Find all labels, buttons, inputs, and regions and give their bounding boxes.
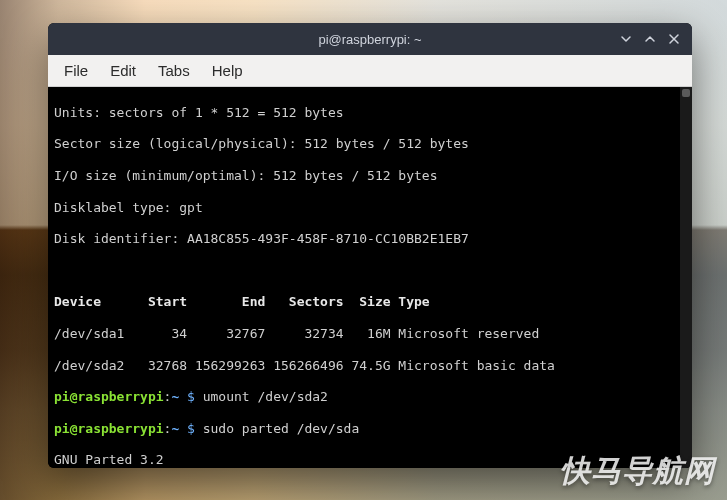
- prompt-dollar: $: [179, 389, 202, 404]
- menubar: File Edit Tabs Help: [48, 55, 692, 87]
- term-header-line: Device Start End Sectors Size Type: [54, 294, 678, 310]
- prompt-dollar: $: [179, 421, 202, 436]
- command-text: sudo parted /dev/sda: [203, 421, 360, 436]
- maximize-button[interactable]: [638, 27, 662, 51]
- term-line: [54, 263, 678, 279]
- term-line: Units: sectors of 1 * 512 = 512 bytes: [54, 105, 678, 121]
- terminal-output: Units: sectors of 1 * 512 = 512 bytes Se…: [54, 89, 678, 466]
- term-line: /dev/sda2 32768 156299263 156266496 74.5…: [54, 358, 678, 374]
- term-line: Disk identifier: AA18C855-493F-458F-8710…: [54, 231, 678, 247]
- prompt-user: pi: [54, 389, 70, 404]
- terminal-window: pi@raspberrypi: ~ File Edit Tabs Help: [48, 23, 692, 468]
- prompt-host: raspberrypi: [77, 389, 163, 404]
- term-line: /dev/sda1 34 32767 32734 16M Microsoft r…: [54, 326, 678, 342]
- menu-edit[interactable]: Edit: [100, 58, 146, 83]
- term-line: Sector size (logical/physical): 512 byte…: [54, 136, 678, 152]
- menu-help[interactable]: Help: [202, 58, 253, 83]
- menu-tabs[interactable]: Tabs: [148, 58, 200, 83]
- command-text: umount /dev/sda2: [203, 389, 328, 404]
- term-prompt-line: pi@raspberrypi:~ $ sudo parted /dev/sda: [54, 421, 678, 437]
- window-titlebar[interactable]: pi@raspberrypi: ~: [48, 23, 692, 55]
- menu-file[interactable]: File: [54, 58, 98, 83]
- close-button[interactable]: [662, 27, 686, 51]
- term-prompt-line: pi@raspberrypi:~ $ umount /dev/sda2: [54, 389, 678, 405]
- scrollbar-thumb[interactable]: [682, 89, 690, 97]
- term-line: I/O size (minimum/optimal): 512 bytes / …: [54, 168, 678, 184]
- chevron-down-icon: [620, 33, 632, 45]
- minimize-button[interactable]: [614, 27, 638, 51]
- term-line: Disklabel type: gpt: [54, 200, 678, 216]
- term-line: GNU Parted 3.2: [54, 452, 678, 466]
- prompt-host: raspberrypi: [77, 421, 163, 436]
- terminal-area[interactable]: Units: sectors of 1 * 512 = 512 bytes Se…: [48, 87, 692, 468]
- window-title: pi@raspberrypi: ~: [318, 32, 421, 47]
- scrollbar-track[interactable]: [680, 87, 692, 468]
- chevron-up-icon: [644, 33, 656, 45]
- prompt-user: pi: [54, 421, 70, 436]
- window-controls: [614, 23, 686, 55]
- close-icon: [668, 33, 680, 45]
